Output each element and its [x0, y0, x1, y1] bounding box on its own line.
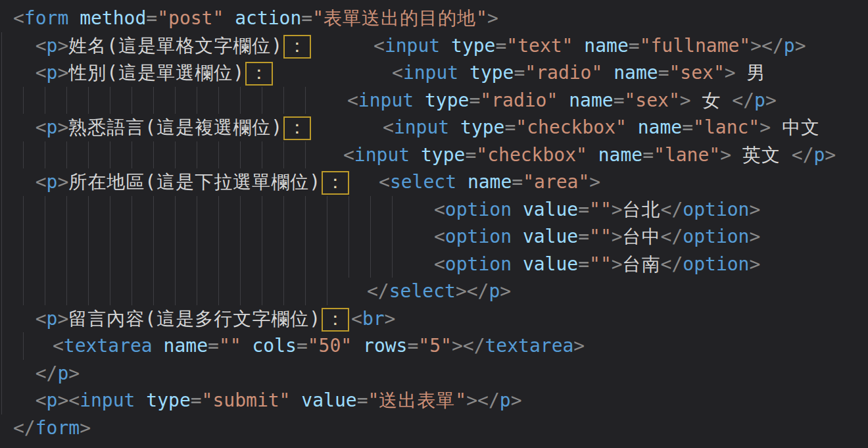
- token-punctuation: >: [57, 35, 68, 57]
- token-punctuation: =: [297, 335, 308, 357]
- token-punctuation: </: [761, 35, 784, 57]
- token-text: [736, 62, 747, 84]
- token-attribute-name: type: [146, 389, 190, 411]
- indent-guides: [1, 196, 404, 224]
- token-punctuation: <: [434, 253, 445, 275]
- token-punctuation: >: [466, 389, 477, 411]
- code-line-6: <input type="checkbox" name="lane"> 英文 <…: [0, 141, 868, 169]
- code-line-14: </p>: [0, 360, 868, 387]
- token-punctuation: </: [463, 335, 485, 357]
- token-punctuation: =: [629, 35, 640, 57]
- token-text: [458, 62, 470, 84]
- token-tag-name: option: [445, 199, 512, 220]
- token-punctuation: >: [57, 62, 68, 84]
- token-punctuation: >: [720, 144, 731, 166]
- token-text: [573, 35, 584, 57]
- token-text: [414, 89, 425, 111]
- token-punctuation: >: [511, 389, 522, 411]
- token-cjk-text: 留言內容(這是多行文字欄位): [68, 308, 321, 330]
- token-cjk-string: 送出表單: [379, 389, 455, 411]
- token-punctuation: >: [456, 280, 467, 302]
- token-tag-name: p: [784, 35, 795, 57]
- token-text: [456, 171, 468, 193]
- code-editor[interactable]: <form method="post" action="表單送出的目的地"> <…: [0, 0, 868, 448]
- token-attribute-name: name: [468, 171, 512, 193]
- token-attribute-name: value: [523, 226, 578, 247]
- token-tag-name: br: [362, 308, 385, 330]
- spacing-gap: [13, 215, 434, 216]
- token-punctuation: =: [514, 62, 525, 84]
- token-text: [290, 389, 301, 411]
- token-punctuation: >: [749, 253, 760, 275]
- token-string: "": [589, 226, 612, 247]
- token-punctuation: =: [658, 62, 669, 84]
- token-string: ": [368, 389, 379, 411]
- token-text: [627, 116, 638, 138]
- token-tag-name: input: [403, 62, 458, 84]
- token-tag-name: input: [385, 35, 440, 57]
- token-punctuation: </: [477, 389, 500, 411]
- token-punctuation: <: [343, 144, 354, 166]
- token-punctuation: >: [487, 7, 498, 29]
- token-punctuation: >: [765, 89, 777, 111]
- token-punctuation: =: [208, 335, 219, 357]
- token-tag-name: form: [36, 417, 80, 439]
- token-string: "checkbox": [476, 144, 587, 166]
- spacing-gap: [13, 297, 367, 297]
- token-string: "sex": [624, 89, 679, 111]
- token-punctuation: >: [760, 116, 771, 138]
- token-punctuation: <: [347, 89, 358, 111]
- token-punctuation: >: [749, 199, 760, 220]
- token-cjk-text: 男: [747, 62, 766, 84]
- spacing-gap: [13, 351, 53, 352]
- token-punctuation: =: [301, 7, 312, 29]
- token-punctuation: =: [407, 335, 418, 357]
- token-cjk-text: 女: [702, 89, 721, 111]
- token-tag-name: p: [47, 171, 58, 193]
- token-text: [13, 171, 36, 193]
- indent-guides: [1, 141, 321, 169]
- token-tag-name: p: [47, 35, 58, 57]
- token-punctuation: >: [57, 308, 68, 330]
- token-text: [721, 89, 733, 111]
- token-punctuation: <: [36, 35, 47, 57]
- token-tag-name: form: [24, 7, 68, 29]
- unicode-highlight-box: ：: [322, 308, 349, 332]
- spacing-gap: [275, 78, 392, 79]
- token-punctuation: =: [614, 89, 625, 111]
- token-text: [13, 116, 36, 138]
- token-tag-name: input: [394, 116, 449, 138]
- token-punctuation: =: [512, 171, 523, 193]
- token-cjk-string: 表單送出的目的地: [324, 7, 476, 29]
- token-attribute-name: type: [460, 116, 504, 138]
- code-line-9: <option value="">台中</option>: [0, 223, 868, 251]
- code-line-11: </select></p>: [0, 278, 868, 305]
- spacing-gap: [13, 242, 434, 243]
- indent-guides: [1, 332, 39, 360]
- token-punctuation: >: [749, 226, 760, 247]
- token-tag-name: input: [358, 89, 414, 111]
- token-string: "submit": [202, 389, 291, 411]
- token-punctuation: =: [682, 116, 693, 138]
- token-text: [13, 389, 36, 411]
- token-punctuation: </: [661, 226, 683, 247]
- indent-guides: [1, 223, 404, 251]
- token-punctuation: </: [661, 253, 683, 275]
- token-string: "radio": [525, 62, 602, 84]
- token-string: "lanc": [693, 116, 760, 138]
- token-punctuation: <: [53, 335, 64, 357]
- token-text: [558, 89, 569, 111]
- token-punctuation: =: [191, 389, 202, 411]
- token-punctuation: =: [504, 116, 516, 138]
- token-punctuation: >: [57, 116, 68, 138]
- token-punctuation: =: [578, 226, 589, 247]
- token-tag-name: option: [445, 253, 512, 275]
- token-punctuation: =: [578, 199, 589, 220]
- token-tag-name: p: [500, 389, 511, 411]
- token-tag-name: option: [683, 226, 749, 247]
- code-line-12: <p>留言內容(這是多行文字欄位)：<br>: [0, 305, 868, 333]
- code-line-10: <option value="">台南</option>: [0, 251, 868, 278]
- token-text: [449, 116, 460, 138]
- spacing-gap: [13, 270, 434, 270]
- code-line-4: <input type="radio" name="sex"> 女 </p>: [0, 87, 868, 114]
